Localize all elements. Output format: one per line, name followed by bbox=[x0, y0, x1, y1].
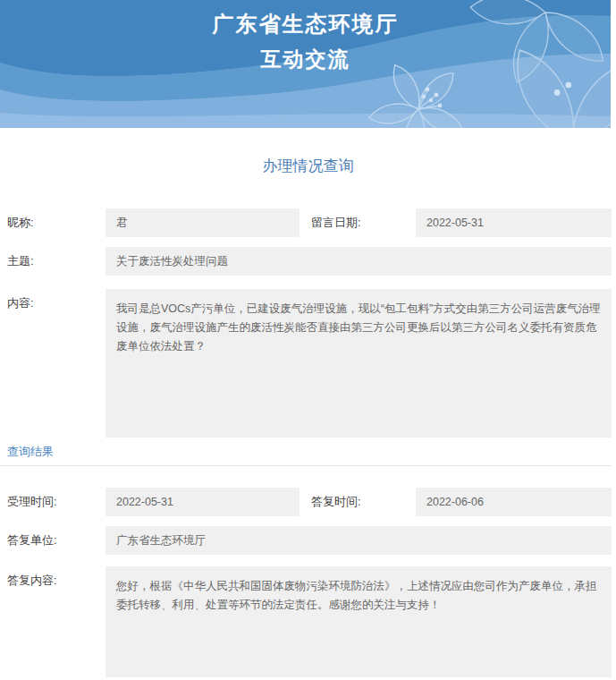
content-textarea[interactable]: 我司是总VOCs产污单位，已建设废气治理设施，现以“包工包料”方式交由第三方公司… bbox=[105, 289, 612, 438]
section-title-query-result: 查询结果 bbox=[7, 444, 54, 460]
banner-subtitle: 互动交流 bbox=[0, 46, 611, 72]
reply-unit-label: 答复单位: bbox=[7, 531, 57, 549]
page: 广东省生态环境厅 互动交流 办理情况查询 昵称: 留言日期: 主题: 内容: 我… bbox=[0, 0, 616, 680]
nickname-field[interactable] bbox=[105, 208, 300, 237]
reply-time-label: 答复时间: bbox=[311, 493, 361, 511]
subject-label: 主题: bbox=[7, 252, 34, 270]
accept-time-label: 受理时间: bbox=[7, 493, 57, 511]
reply-content-label: 答复内容: bbox=[7, 572, 57, 590]
reply-unit-field[interactable] bbox=[105, 526, 612, 555]
subject-field[interactable] bbox=[105, 247, 612, 276]
content-label: 内容: bbox=[7, 294, 34, 312]
banner: 广东省生态环境厅 互动交流 bbox=[0, 0, 611, 128]
reply-time-field[interactable] bbox=[416, 488, 612, 516]
divider bbox=[0, 465, 612, 466]
accept-time-field[interactable] bbox=[105, 488, 300, 516]
message-date-label: 留言日期: bbox=[311, 214, 361, 232]
message-date-field[interactable] bbox=[416, 208, 612, 237]
banner-title: 广东省生态环境厅 bbox=[0, 11, 611, 38]
page-title: 办理情况查询 bbox=[0, 156, 616, 176]
nickname-label: 昵称: bbox=[7, 214, 34, 232]
reply-content-textarea[interactable]: 您好，根据《中华人民共和国固体废物污染环境防治法》，上述情况应由您司作为产废单位… bbox=[105, 566, 612, 677]
